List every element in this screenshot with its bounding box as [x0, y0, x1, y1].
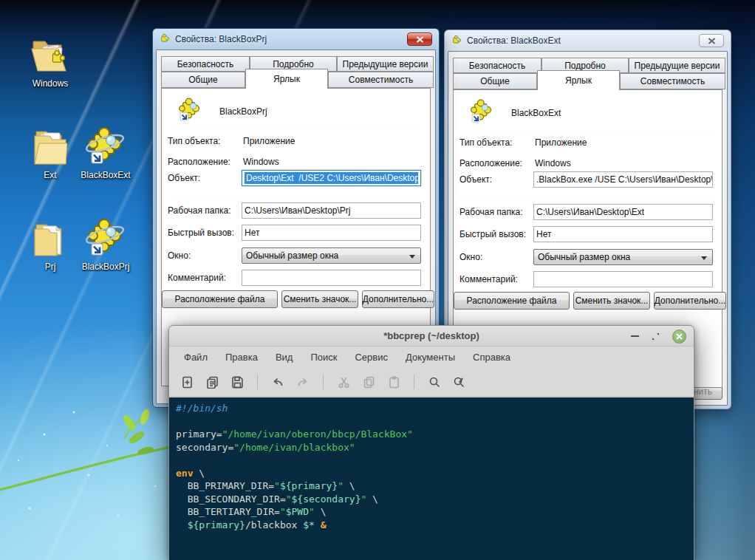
window-mode-select[interactable]: Обычный размер окна	[533, 249, 713, 265]
new-file-button[interactable]	[177, 372, 197, 392]
comment-input[interactable]	[533, 271, 713, 287]
shortcut-name: BlackBoxPrj	[219, 106, 267, 117]
workdir-input[interactable]: C:\Users\Иван\Desktop\Ext	[533, 204, 713, 220]
copy-button[interactable]	[358, 372, 379, 392]
field-label-type: Тип объекта:	[168, 136, 220, 146]
open-folder-with-puzzle-icon	[19, 33, 81, 75]
tab-compatibility[interactable]: Совместимость	[620, 73, 725, 89]
puzzle-shortcut-icon	[451, 35, 462, 47]
desktop-icon-label: Ext	[19, 170, 81, 180]
shortcut-name: BlackBoxExt	[511, 108, 561, 118]
editor-toolbar	[169, 368, 694, 396]
folder-with-papers-icon	[19, 124, 81, 167]
editor-menubar: Файл Правка Вид Поиск Сервис Документы С…	[169, 346, 694, 368]
puzzle-shortcut-icon	[75, 216, 137, 259]
puzzle-shortcut-icon	[468, 98, 495, 124]
target-input[interactable]: Desktop\Ext /USE2 C:\Users\Иван\Desktop\…	[242, 170, 421, 186]
desktop-icon-ext[interactable]: Ext	[19, 124, 81, 180]
field-label-window: Окно:	[460, 252, 482, 262]
tab-shortcut[interactable]: Ярлык	[245, 69, 328, 89]
tab-security[interactable]: Безопасность	[453, 58, 542, 73]
field-value-location: Windows	[535, 158, 571, 168]
search-replace-button[interactable]	[449, 372, 470, 392]
separator	[168, 197, 424, 197]
chevron-down-icon	[409, 255, 415, 259]
separator	[460, 130, 716, 131]
close-button[interactable]	[672, 329, 686, 344]
paste-button[interactable]	[383, 372, 404, 392]
tab-previous-versions[interactable]: Предыдущие версии	[337, 56, 434, 72]
field-value-type: Приложение	[243, 136, 295, 146]
advanced-button[interactable]: Дополнительно...	[362, 290, 434, 308]
change-icon-button[interactable]: Сменить значок...	[281, 290, 358, 308]
puzzle-shortcut-icon	[177, 96, 203, 123]
tab-general[interactable]: Общие	[453, 73, 537, 89]
editor-window-title: *bbcprep (~/desktop)	[383, 330, 479, 341]
menu-edit[interactable]: Правка	[216, 349, 267, 366]
field-label-workdir: Рабочая папка:	[168, 205, 231, 216]
desktop-icon-label: BlackBoxPrj	[75, 262, 137, 272]
open-file-location-button[interactable]: Расположение файла	[162, 290, 278, 308]
field-label-hotkey: Быстрый вызов:	[460, 229, 526, 239]
menu-help[interactable]: Справка	[464, 349, 519, 366]
change-icon-button[interactable]: Сменить значок...	[573, 292, 650, 310]
menu-view[interactable]: Вид	[267, 349, 302, 366]
field-label-location: Расположение:	[460, 158, 522, 168]
dialog-title: Свойства: BlackBoxPrj	[175, 34, 267, 44]
puzzle-shortcut-icon	[159, 33, 171, 45]
window-mode-select[interactable]: Обычный размер окна	[242, 247, 421, 264]
open-file-button[interactable]	[202, 372, 222, 392]
cut-button[interactable]	[333, 372, 354, 392]
editor-titlebar[interactable]: *bbcprep (~/desktop)	[169, 326, 694, 346]
menu-search[interactable]: Поиск	[301, 349, 346, 366]
field-label-comment: Комментарий:	[460, 274, 518, 284]
desktop-icon-label: BlackBoxExt	[75, 170, 137, 180]
separator	[460, 198, 716, 199]
desktop-icon-prj[interactable]: Prj	[19, 216, 81, 272]
restore-button[interactable]	[651, 332, 660, 341]
target-input[interactable]: .BlackBox.exe /USE C:\Users\Иван\Desktop…	[533, 171, 713, 188]
dialog-titlebar[interactable]: Свойства: BlackBoxExt	[445, 30, 731, 51]
save-button[interactable]	[227, 372, 247, 392]
field-label-type: Тип объекта:	[460, 137, 512, 148]
redo-button[interactable]	[293, 372, 313, 392]
close-button[interactable]	[699, 34, 724, 47]
tab-shortcut[interactable]: Ярлык	[537, 70, 620, 90]
minimize-button[interactable]	[631, 335, 639, 337]
toolbar-separator	[414, 375, 414, 389]
chevron-down-icon	[701, 256, 707, 260]
tab-previous-versions[interactable]: Предыдущие версии	[629, 58, 725, 73]
toolbar-separator	[257, 375, 258, 389]
workdir-input[interactable]: C:\Users\Иван\Desktop\Prj	[242, 202, 421, 219]
code-area[interactable]: #!/bin/sh primary="/home/ivan/oberon/bbc…	[169, 397, 694, 560]
dialog-titlebar[interactable]: Свойства: BlackBoxPrj	[153, 29, 439, 49]
desktop-icon-blackboxext[interactable]: BlackBoxExt	[75, 124, 137, 180]
desktop-icon-label: Prj	[19, 262, 81, 272]
field-label-hotkey: Быстрый вызов:	[168, 228, 234, 238]
menu-file[interactable]: Файл	[175, 349, 216, 366]
search-button[interactable]	[424, 372, 445, 392]
field-label-target: Объект:	[460, 174, 492, 185]
menu-tools[interactable]: Сервис	[346, 349, 397, 366]
text-editor-window: *bbcprep (~/desktop) Файл Правка Вид Пои…	[168, 325, 694, 560]
menu-documents[interactable]: Документы	[397, 349, 464, 366]
field-value-location: Windows	[243, 157, 279, 167]
hotkey-input[interactable]: Нет	[242, 225, 421, 241]
desktop-icon-windows[interactable]: Windows	[19, 33, 81, 89]
dialog-title: Свойства: BlackBoxExt	[467, 35, 561, 46]
comment-input[interactable]	[242, 270, 421, 286]
desktop-icon-blackboxprj[interactable]: BlackBoxPrj	[75, 216, 137, 272]
puzzle-shortcut-icon	[75, 124, 137, 167]
undo-button[interactable]	[267, 372, 288, 392]
field-label-location: Расположение:	[168, 157, 230, 167]
folder-with-document-icon	[19, 216, 81, 259]
field-label-window: Окно:	[168, 250, 191, 261]
desktop-icon-label: Windows	[19, 78, 81, 89]
open-file-location-button[interactable]: Расположение файла	[454, 292, 570, 310]
close-button[interactable]	[407, 33, 432, 46]
tab-general[interactable]: Общие	[161, 72, 245, 88]
advanced-button[interactable]: Дополнительно...	[654, 292, 726, 310]
hotkey-input[interactable]: Нет	[533, 226, 713, 242]
tab-security[interactable]: Безопасность	[161, 56, 250, 72]
tab-compatibility[interactable]: Совместимость	[328, 72, 434, 88]
